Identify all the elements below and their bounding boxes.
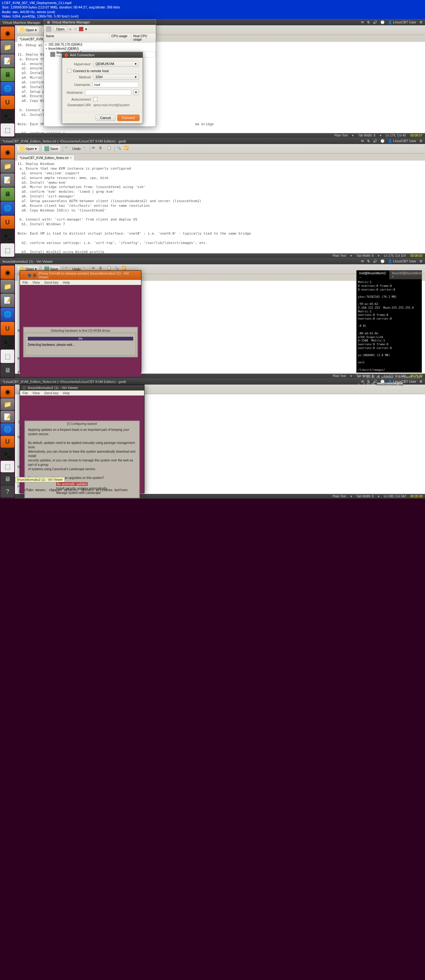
launcher-gedit[interactable]: 📝 — [1, 54, 14, 67]
stop-icon[interactable] — [79, 27, 83, 31]
connect-button[interactable]: Connect — [117, 115, 140, 121]
close-icon[interactable] — [65, 53, 68, 57]
launcher-help[interactable]: ? — [1, 485, 14, 497]
launcher-dash[interactable]: ◉ — [1, 27, 14, 40]
launcher-terminal[interactable]: >_ — [1, 110, 14, 123]
autoconnect-checkbox[interactable] — [93, 97, 97, 101]
redo-icon[interactable]: ↷ — [82, 146, 88, 151]
menu-view[interactable]: View — [32, 391, 40, 395]
menu-file[interactable]: File — [22, 280, 28, 284]
menu-icon[interactable]: ▾ — [85, 27, 87, 31]
minimize-icon[interactable] — [28, 274, 31, 277]
launcher-files[interactable]: 📁 — [1, 280, 14, 293]
new-icon[interactable] — [46, 26, 51, 32]
mail-icon[interactable]: ✉ — [361, 139, 364, 143]
hostname-input[interactable] — [85, 90, 132, 95]
launcher-dash[interactable]: ◉ — [1, 386, 14, 398]
open-button[interactable]: Open ▾ — [17, 145, 40, 152]
close-icon[interactable]: × — [392, 275, 394, 278]
network-icon[interactable]: ⇅ — [367, 20, 370, 24]
cancel-button[interactable]: Cancel — [95, 115, 116, 121]
launcher-ubuntu[interactable]: U — [1, 322, 14, 335]
launcher-ubuntu[interactable]: U — [1, 95, 14, 109]
launcher-app[interactable]: ⬚ — [1, 350, 14, 363]
editor-content[interactable]: 11. Deploy Windows a. Ensure that new KV… — [15, 161, 425, 261]
launcher-manager[interactable]: 🖥 — [1, 68, 14, 81]
paste-icon[interactable]: 📋 — [107, 146, 113, 151]
close-icon[interactable]: × — [70, 156, 72, 160]
hypervisor-select[interactable]: QEMU/KVM▾ — [93, 61, 139, 67]
launcher-chrome[interactable]: 🌐 — [1, 308, 14, 321]
launcher-dash[interactable]: ◉ — [1, 266, 14, 279]
user-menu[interactable]: 👤 LinuxCBT User — [388, 139, 416, 143]
pause-icon[interactable]: ⏸ — [74, 27, 77, 31]
cut-icon[interactable]: ✂ — [92, 146, 98, 151]
user-menu[interactable]: 👤 LinuxCBT User — [388, 259, 416, 263]
launcher-manager[interactable]: 🖥 — [1, 188, 14, 201]
sound-icon[interactable]: 🔊 — [373, 259, 377, 263]
menu-view[interactable]: View — [32, 280, 40, 284]
replace-icon[interactable]: 🔁 — [124, 146, 130, 151]
method-select[interactable]: SSH▾ — [93, 74, 139, 80]
launcher-app[interactable]: ⬚ — [1, 123, 14, 137]
clock-icon[interactable]: 🕐 — [381, 139, 385, 143]
launcher-chrome[interactable]: 🌐 — [1, 423, 14, 435]
menu-help[interactable]: Help — [63, 280, 70, 284]
clock-icon[interactable]: 🕐 — [381, 20, 385, 24]
close-icon[interactable] — [22, 386, 26, 390]
launcher-app[interactable]: ⬚ — [1, 461, 14, 473]
gear-icon[interactable]: ⚙ — [419, 139, 422, 143]
open-button[interactable]: Open ▾ — [17, 27, 40, 33]
gear-icon[interactable]: ⚙ — [419, 20, 422, 24]
launcher-ubuntu[interactable]: U — [1, 216, 14, 229]
term-tab[interactable]: root@linuxcbtkvm2: ... — [357, 270, 389, 279]
launcher-terminal[interactable]: >_ — [1, 336, 14, 349]
editor-tab[interactable]: *LinuxCBT_KVM_Edition_Notes.txt× — [17, 154, 75, 161]
launcher-chrome[interactable]: 🌐 — [1, 82, 14, 95]
copy-icon[interactable]: ⎘ — [100, 146, 105, 151]
vmm-columns: Name CPU usage Host CPU usage — [44, 33, 156, 43]
launcher-chrome[interactable]: 🌐 — [1, 202, 14, 215]
launcher-files[interactable]: 📁 — [1, 398, 14, 410]
username-input[interactable] — [93, 82, 139, 88]
clock-icon[interactable]: 🕐 — [381, 259, 385, 263]
remote-checkbox[interactable]: ✓ — [67, 69, 71, 73]
term-tab[interactable]: linuxcbt@linuxcbtkvm... × — [389, 270, 425, 279]
sound-icon[interactable]: 🔊 — [373, 139, 377, 143]
menu-sendkey[interactable]: Send key — [44, 391, 58, 395]
sound-icon[interactable]: 🔊 — [373, 20, 377, 24]
launcher-files[interactable]: 📁 — [1, 40, 14, 53]
launcher-ubuntu[interactable]: U — [1, 436, 14, 448]
launcher-virt[interactable]: 🖥 — [1, 364, 14, 377]
mail-icon[interactable]: ✉ — [361, 20, 364, 24]
option-selected[interactable]: No automatic updates — [56, 482, 88, 486]
vmm-host-row[interactable]: ▸192.168.75.170 (QEMU) — [44, 43, 156, 46]
undo-icon[interactable]: ↶ — [65, 146, 71, 151]
terminal-output[interactable]: Metric:1 0 overruns:0 frame:0 0 overruns… — [357, 279, 422, 395]
search-icon[interactable]: 🔍 — [117, 146, 122, 151]
menu-sendkey[interactable]: Send key — [44, 280, 58, 284]
network-icon[interactable]: ⇅ — [367, 139, 370, 143]
user-menu[interactable]: 👤 LinuxCBT User — [388, 20, 416, 24]
save-button[interactable]: Save — [41, 145, 61, 152]
launcher-dash[interactable]: ◉ — [1, 145, 14, 159]
close-icon[interactable] — [22, 274, 26, 277]
terminal-window[interactable]: root@linuxcbtkvm2: ... linuxcbt@linuxcbt… — [356, 270, 422, 373]
launcher-gedit[interactable]: 📝 — [1, 411, 14, 423]
menu-help[interactable]: Help — [63, 391, 70, 395]
vmm-host-row[interactable]: ▾linuxcbtkvm2 (QEMU) — [44, 46, 156, 51]
network-icon[interactable]: ⇅ — [367, 259, 370, 263]
mail-icon[interactable]: ✉ — [361, 259, 364, 263]
launcher-virt[interactable]: 🖥 — [1, 473, 14, 485]
launcher-terminal[interactable]: >_ — [1, 229, 14, 243]
gear-icon[interactable]: ⚙ — [419, 259, 422, 263]
menu-file[interactable]: File — [22, 391, 28, 395]
launcher-app[interactable]: ⬚ — [1, 243, 14, 257]
launcher-gedit[interactable]: 📝 — [1, 294, 14, 307]
launcher-gedit[interactable]: 📝 — [1, 173, 14, 187]
play-icon[interactable]: ▶ — [69, 27, 72, 31]
launcher-terminal[interactable]: >_ — [1, 448, 14, 460]
vmm-open-button[interactable]: Open — [53, 26, 67, 32]
maximize-icon[interactable] — [33, 274, 36, 277]
launcher-files[interactable]: 📁 — [1, 159, 14, 173]
